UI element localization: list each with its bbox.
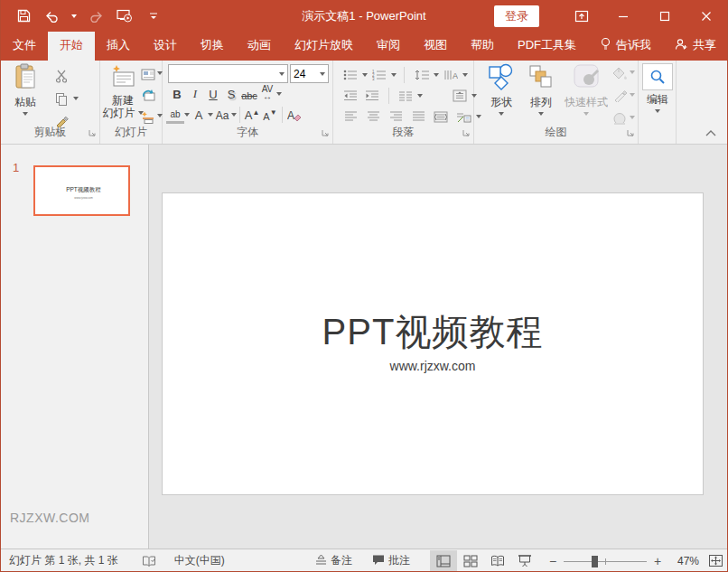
slide-subtitle-text[interactable]: www.rjzxw.com xyxy=(163,359,703,373)
shapes-button[interactable]: 形状 xyxy=(481,63,521,116)
tell-me-box[interactable]: 告诉我 xyxy=(588,31,663,61)
copy-icon[interactable] xyxy=(53,90,70,107)
slide-counter[interactable]: 幻灯片 第 1 张, 共 1 张 xyxy=(1,549,124,572)
align-right-icon[interactable] xyxy=(386,108,406,126)
tab-animations[interactable]: 动画 xyxy=(236,31,283,61)
shapes-dropdown-caret[interactable] xyxy=(499,112,504,116)
clipboard-dialog-launcher-icon[interactable] xyxy=(89,127,97,140)
line-spacing-caret[interactable] xyxy=(434,73,439,77)
convert-smartart-icon[interactable] xyxy=(453,108,473,126)
character-spacing-button[interactable]: AV↔ xyxy=(258,85,276,103)
undo-icon[interactable] xyxy=(42,6,62,26)
editing-button[interactable]: 编辑 xyxy=(638,63,677,113)
collapse-ribbon-icon[interactable] xyxy=(705,127,716,139)
italic-button[interactable]: I xyxy=(186,85,204,103)
slide-thumbnail[interactable]: PPT视频教程 www.rjzxw.com xyxy=(33,165,130,216)
text-direction-icon[interactable]: A xyxy=(441,66,461,84)
bullets-caret[interactable] xyxy=(362,73,368,77)
columns-icon[interactable] xyxy=(396,87,415,105)
bold-button[interactable]: B xyxy=(168,85,186,103)
font-size-input[interactable] xyxy=(294,68,315,80)
customize-qat-icon[interactable] xyxy=(144,6,163,26)
slide-canvas[interactable]: PPT视频教程 www.rjzxw.com xyxy=(162,192,704,495)
font-size-caret[interactable] xyxy=(320,72,325,76)
slide-title-text[interactable]: PPT视频教程 xyxy=(163,307,703,357)
change-case-caret[interactable] xyxy=(231,113,237,117)
start-slideshow-icon[interactable] xyxy=(115,6,135,26)
text-shadow-button[interactable]: S xyxy=(222,85,240,103)
tab-review[interactable]: 审阅 xyxy=(365,31,412,61)
ribbon-display-options-icon[interactable] xyxy=(561,0,602,32)
paste-dropdown-caret[interactable] xyxy=(23,112,28,116)
zoom-in-button[interactable]: + xyxy=(652,554,663,568)
share-button[interactable]: 共享 xyxy=(663,31,728,61)
tab-file[interactable]: 文件 xyxy=(1,31,48,61)
login-button[interactable]: 登录 xyxy=(494,5,539,27)
maximize-button[interactable] xyxy=(644,0,686,32)
change-case-button[interactable]: Aa xyxy=(213,106,231,124)
comments-button[interactable]: 批注 xyxy=(367,549,415,572)
align-text-icon[interactable] xyxy=(450,87,470,105)
slide-sorter-view-button[interactable] xyxy=(457,550,484,572)
section-icon[interactable] xyxy=(140,108,156,125)
columns-caret[interactable] xyxy=(417,94,423,98)
numbering-caret[interactable] xyxy=(391,73,397,77)
numbering-icon[interactable]: 123 xyxy=(369,66,389,84)
clear-formatting-button[interactable]: A xyxy=(285,106,303,124)
paste-button[interactable]: 粘贴 xyxy=(5,63,45,116)
arrange-dropdown-caret[interactable] xyxy=(538,112,544,116)
align-left-icon[interactable] xyxy=(341,108,360,126)
font-name-combobox[interactable] xyxy=(168,64,288,83)
drawing-dialog-launcher-icon[interactable] xyxy=(627,127,635,140)
zoom-slider[interactable] xyxy=(564,555,647,567)
close-button[interactable] xyxy=(686,0,727,32)
save-icon[interactable] xyxy=(14,6,33,26)
tab-home[interactable]: 开始 xyxy=(48,31,95,61)
slide-layout-icon[interactable] xyxy=(140,66,156,82)
grow-font-button[interactable]: A▲ xyxy=(243,106,261,124)
zoom-level[interactable]: 47% xyxy=(668,555,699,567)
font-name-caret[interactable] xyxy=(279,72,285,76)
character-spacing-caret[interactable] xyxy=(276,92,282,96)
paragraph-dialog-launcher-icon[interactable] xyxy=(462,127,471,140)
new-slide-button[interactable]: 新建 幻灯片 xyxy=(102,63,144,119)
tab-help[interactable]: 帮助 xyxy=(459,31,506,61)
tab-design[interactable]: 设计 xyxy=(142,31,189,61)
cut-icon[interactable] xyxy=(53,68,70,84)
zoom-out-button[interactable]: − xyxy=(547,554,558,568)
font-name-input[interactable] xyxy=(172,68,279,80)
strikethrough-button[interactable]: abc xyxy=(240,85,258,103)
minimize-button[interactable] xyxy=(602,0,644,32)
normal-view-button[interactable] xyxy=(430,550,457,572)
arrange-button[interactable]: 排列 xyxy=(521,63,561,116)
language-indicator[interactable]: 中文(中国) xyxy=(169,549,230,572)
fit-to-window-icon[interactable] xyxy=(708,554,723,567)
line-spacing-icon[interactable] xyxy=(412,66,432,84)
undo-dropdown-caret[interactable] xyxy=(71,14,77,18)
bullets-icon[interactable] xyxy=(341,66,360,84)
tab-insert[interactable]: 插入 xyxy=(95,31,142,61)
reading-view-button[interactable] xyxy=(484,550,511,572)
tab-transitions[interactable]: 切换 xyxy=(189,31,236,61)
font-color-button[interactable]: A xyxy=(190,106,208,124)
shrink-font-button[interactable]: A▼ xyxy=(261,106,279,124)
text-direction-caret[interactable] xyxy=(462,73,468,77)
copy-dropdown-caret[interactable] xyxy=(73,97,79,100)
highlight-color-button[interactable]: ab xyxy=(166,106,184,124)
editing-dropdown-caret[interactable] xyxy=(655,109,660,113)
tab-slideshow[interactable]: 幻灯片放映 xyxy=(283,31,365,61)
spell-check-icon[interactable] xyxy=(136,549,162,572)
decrease-indent-icon[interactable] xyxy=(341,87,360,105)
increase-indent-icon[interactable] xyxy=(362,87,382,105)
tab-view[interactable]: 视图 xyxy=(412,31,459,61)
slideshow-view-button[interactable] xyxy=(511,550,538,572)
distribute-text-icon[interactable] xyxy=(431,108,451,126)
tab-pdf-tools[interactable]: PDF工具集 xyxy=(506,31,588,61)
reset-slide-icon[interactable] xyxy=(140,87,156,103)
justify-icon[interactable] xyxy=(408,108,428,126)
font-dialog-launcher-icon[interactable] xyxy=(322,127,330,140)
underline-button[interactable]: U xyxy=(204,85,222,103)
notes-button[interactable]: 备注 xyxy=(310,549,358,572)
zoom-slider-thumb[interactable] xyxy=(592,556,598,567)
font-size-combobox[interactable] xyxy=(290,64,329,83)
